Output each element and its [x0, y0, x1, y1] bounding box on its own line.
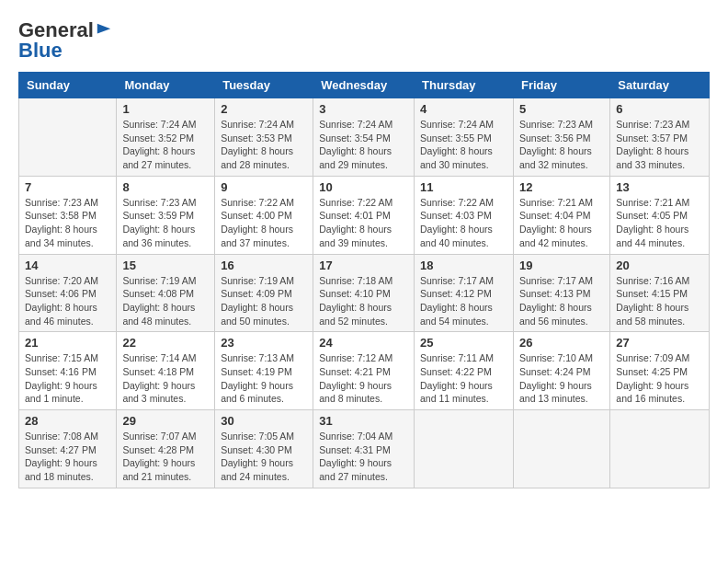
day-info: Sunrise: 7:23 AMSunset: 3:57 PMDaylight:… [616, 118, 703, 172]
calendar-week-row: 1Sunrise: 7:24 AMSunset: 3:52 PMDaylight… [19, 98, 710, 177]
col-header-saturday: Saturday [610, 73, 710, 98]
day-info: Sunrise: 7:24 AMSunset: 3:54 PMDaylight:… [319, 118, 408, 172]
day-number: 13 [616, 180, 703, 194]
day-info: Sunrise: 7:22 AMSunset: 4:03 PMDaylight:… [420, 196, 507, 250]
day-info: Sunrise: 7:19 AMSunset: 4:08 PMDaylight:… [122, 274, 209, 328]
calendar-cell: 22Sunrise: 7:14 AMSunset: 4:18 PMDayligh… [117, 332, 215, 410]
day-number: 23 [221, 336, 307, 350]
calendar-header-row: SundayMondayTuesdayWednesdayThursdayFrid… [19, 73, 710, 98]
calendar-cell: 11Sunrise: 7:22 AMSunset: 4:03 PMDayligh… [415, 176, 514, 254]
day-info: Sunrise: 7:11 AMSunset: 4:22 PMDaylight:… [420, 351, 507, 406]
day-info: Sunrise: 7:04 AMSunset: 4:31 PMDaylight:… [319, 430, 408, 484]
day-info: Sunrise: 7:14 AMSunset: 4:18 PMDaylight:… [122, 351, 209, 406]
col-header-monday: Monday [117, 73, 215, 98]
day-info: Sunrise: 7:22 AMSunset: 4:00 PMDaylight:… [221, 196, 307, 250]
calendar-cell: 17Sunrise: 7:18 AMSunset: 4:10 PMDayligh… [313, 254, 415, 332]
day-number: 16 [221, 259, 307, 272]
day-number: 24 [319, 336, 408, 350]
day-number: 1 [122, 102, 209, 116]
calendar-cell: 20Sunrise: 7:16 AMSunset: 4:15 PMDayligh… [610, 254, 710, 332]
calendar-week-row: 21Sunrise: 7:15 AMSunset: 4:16 PMDayligh… [19, 332, 710, 410]
day-number: 30 [221, 414, 307, 428]
calendar-cell: 15Sunrise: 7:19 AMSunset: 4:08 PMDayligh… [117, 254, 215, 332]
calendar-cell: 9Sunrise: 7:22 AMSunset: 4:00 PMDaylight… [215, 176, 313, 254]
day-number: 27 [616, 336, 703, 350]
calendar-cell: 1Sunrise: 7:24 AMSunset: 3:52 PMDaylight… [117, 98, 215, 177]
day-number: 3 [319, 102, 408, 116]
calendar-cell: 26Sunrise: 7:10 AMSunset: 4:24 PMDayligh… [513, 332, 609, 410]
day-number: 29 [122, 414, 209, 428]
day-number: 14 [25, 259, 110, 272]
day-number: 12 [519, 180, 604, 194]
day-number: 31 [319, 414, 408, 428]
day-info: Sunrise: 7:21 AMSunset: 4:04 PMDaylight:… [519, 196, 604, 250]
day-number: 11 [420, 180, 507, 194]
calendar-cell: 8Sunrise: 7:23 AMSunset: 3:59 PMDaylight… [117, 176, 215, 254]
col-header-thursday: Thursday [415, 73, 514, 98]
day-number: 21 [25, 336, 110, 350]
logo: General Blue [18, 18, 112, 63]
calendar-cell [19, 98, 117, 177]
calendar-cell: 18Sunrise: 7:17 AMSunset: 4:12 PMDayligh… [415, 254, 514, 332]
day-info: Sunrise: 7:12 AMSunset: 4:21 PMDaylight:… [319, 351, 408, 406]
day-number: 18 [420, 259, 507, 272]
day-info: Sunrise: 7:07 AMSunset: 4:28 PMDaylight:… [122, 430, 209, 484]
header: General Blue [18, 18, 710, 63]
calendar-cell: 6Sunrise: 7:23 AMSunset: 3:57 PMDaylight… [610, 98, 710, 177]
col-header-sunday: Sunday [19, 73, 117, 98]
day-number: 8 [122, 180, 209, 194]
calendar-cell: 21Sunrise: 7:15 AMSunset: 4:16 PMDayligh… [19, 332, 117, 410]
day-number: 6 [616, 102, 703, 116]
day-info: Sunrise: 7:21 AMSunset: 4:05 PMDaylight:… [616, 196, 703, 250]
day-info: Sunrise: 7:23 AMSunset: 3:58 PMDaylight:… [25, 196, 110, 250]
calendar-cell: 10Sunrise: 7:22 AMSunset: 4:01 PMDayligh… [313, 176, 415, 254]
day-info: Sunrise: 7:17 AMSunset: 4:12 PMDaylight:… [420, 274, 507, 328]
calendar-cell: 4Sunrise: 7:24 AMSunset: 3:55 PMDaylight… [415, 98, 514, 177]
day-info: Sunrise: 7:19 AMSunset: 4:09 PMDaylight:… [221, 274, 307, 328]
calendar-week-row: 7Sunrise: 7:23 AMSunset: 3:58 PMDaylight… [19, 176, 710, 254]
day-number: 26 [519, 336, 604, 350]
col-header-tuesday: Tuesday [215, 73, 313, 98]
calendar-cell: 2Sunrise: 7:24 AMSunset: 3:53 PMDaylight… [215, 98, 313, 177]
day-info: Sunrise: 7:23 AMSunset: 3:59 PMDaylight:… [122, 196, 209, 250]
calendar-cell: 31Sunrise: 7:04 AMSunset: 4:31 PMDayligh… [313, 410, 415, 488]
day-info: Sunrise: 7:08 AMSunset: 4:27 PMDaylight:… [25, 430, 110, 484]
day-info: Sunrise: 7:24 AMSunset: 3:55 PMDaylight:… [420, 118, 507, 172]
day-info: Sunrise: 7:09 AMSunset: 4:25 PMDaylight:… [616, 351, 703, 406]
day-number: 25 [420, 336, 507, 350]
calendar-cell: 5Sunrise: 7:23 AMSunset: 3:56 PMDaylight… [513, 98, 609, 177]
day-info: Sunrise: 7:16 AMSunset: 4:15 PMDaylight:… [616, 274, 703, 328]
calendar-table: SundayMondayTuesdayWednesdayThursdayFrid… [18, 72, 710, 488]
day-info: Sunrise: 7:13 AMSunset: 4:19 PMDaylight:… [221, 351, 307, 406]
day-number: 19 [519, 259, 604, 272]
day-number: 15 [122, 259, 209, 272]
day-number: 5 [519, 102, 604, 116]
day-info: Sunrise: 7:17 AMSunset: 4:13 PMDaylight:… [519, 274, 604, 328]
col-header-friday: Friday [513, 73, 609, 98]
calendar-cell: 29Sunrise: 7:07 AMSunset: 4:28 PMDayligh… [117, 410, 215, 488]
day-info: Sunrise: 7:24 AMSunset: 3:53 PMDaylight:… [221, 118, 307, 172]
col-header-wednesday: Wednesday [313, 73, 415, 98]
calendar-cell: 13Sunrise: 7:21 AMSunset: 4:05 PMDayligh… [610, 176, 710, 254]
day-number: 20 [616, 259, 703, 272]
day-info: Sunrise: 7:20 AMSunset: 4:06 PMDaylight:… [25, 274, 110, 328]
day-info: Sunrise: 7:15 AMSunset: 4:16 PMDaylight:… [25, 351, 110, 406]
day-info: Sunrise: 7:24 AMSunset: 3:52 PMDaylight:… [122, 118, 209, 172]
calendar-cell: 30Sunrise: 7:05 AMSunset: 4:30 PMDayligh… [215, 410, 313, 488]
calendar-cell: 27Sunrise: 7:09 AMSunset: 4:25 PMDayligh… [610, 332, 710, 410]
calendar-cell: 23Sunrise: 7:13 AMSunset: 4:19 PMDayligh… [215, 332, 313, 410]
day-number: 9 [221, 180, 307, 194]
calendar-cell [513, 410, 609, 488]
day-info: Sunrise: 7:22 AMSunset: 4:01 PMDaylight:… [319, 196, 408, 250]
calendar-cell: 12Sunrise: 7:21 AMSunset: 4:04 PMDayligh… [513, 176, 609, 254]
day-number: 10 [319, 180, 408, 194]
calendar-cell: 14Sunrise: 7:20 AMSunset: 4:06 PMDayligh… [19, 254, 117, 332]
day-number: 22 [122, 336, 209, 350]
calendar-week-row: 14Sunrise: 7:20 AMSunset: 4:06 PMDayligh… [19, 254, 710, 332]
calendar-cell [415, 410, 514, 488]
calendar-cell: 28Sunrise: 7:08 AMSunset: 4:27 PMDayligh… [19, 410, 117, 488]
svg-marker-0 [97, 24, 110, 34]
calendar-week-row: 28Sunrise: 7:08 AMSunset: 4:27 PMDayligh… [19, 410, 710, 488]
calendar-cell: 16Sunrise: 7:19 AMSunset: 4:09 PMDayligh… [215, 254, 313, 332]
day-info: Sunrise: 7:05 AMSunset: 4:30 PMDaylight:… [221, 430, 307, 484]
